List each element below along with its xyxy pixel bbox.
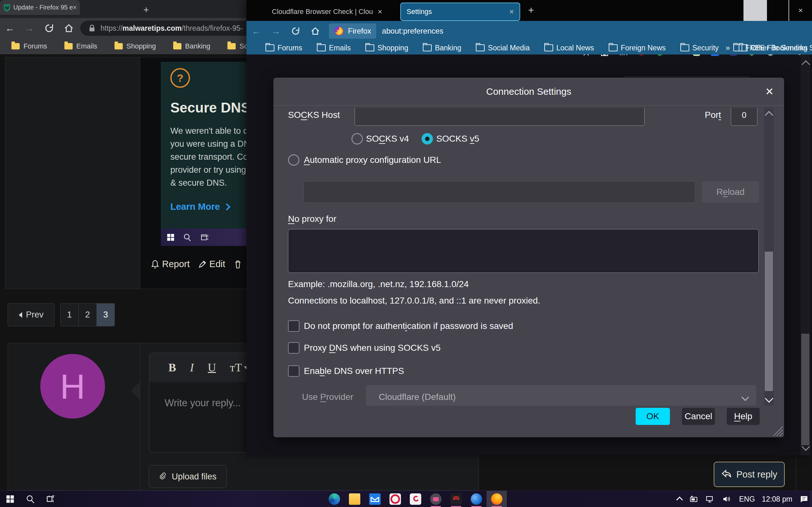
scrollbar-thumb[interactable] bbox=[801, 334, 809, 445]
chrome-forward-icon[interactable]: → bbox=[20, 23, 39, 34]
provider-dropdown[interactable]: Cloudflare (Default) bbox=[366, 385, 756, 406]
task-view-icon[interactable] bbox=[41, 491, 61, 507]
proxy-dns-checkbox[interactable] bbox=[288, 342, 299, 354]
reload-button[interactable]: Reload bbox=[702, 181, 759, 203]
no-prompt-auth-checkbox[interactable] bbox=[288, 320, 299, 332]
italic-button[interactable]: I bbox=[190, 361, 194, 374]
taskbar-browser-icon[interactable] bbox=[466, 491, 487, 507]
bookmark-forums[interactable]: Forums bbox=[11, 42, 47, 50]
bold-button[interactable]: B bbox=[168, 361, 176, 374]
taskbar-app-red2-icon[interactable] bbox=[405, 491, 426, 507]
taskbar-app-red1-icon[interactable] bbox=[385, 491, 405, 507]
taskbar-remote-icon[interactable] bbox=[426, 491, 446, 507]
no-proxy-textarea[interactable] bbox=[288, 229, 759, 273]
scrollbar-thumb[interactable] bbox=[765, 251, 773, 391]
page-1-button[interactable]: 1 bbox=[61, 303, 79, 326]
bookmarks-chevron-icon[interactable]: » bbox=[726, 43, 729, 52]
volume-icon[interactable] bbox=[722, 495, 732, 504]
reader-icon[interactable] bbox=[200, 233, 210, 241]
taskbar-firefox-icon[interactable] bbox=[487, 491, 507, 507]
hidden-icons-chevron[interactable] bbox=[676, 497, 683, 503]
dns-over-https-checkbox[interactable] bbox=[288, 365, 299, 377]
chrome-back-icon[interactable]: ← bbox=[0, 23, 20, 34]
text-size-button[interactable]: тT bbox=[230, 361, 248, 374]
scroll-up-icon[interactable] bbox=[765, 111, 773, 119]
bookmark-emails[interactable]: Emails bbox=[64, 42, 97, 50]
edit-button[interactable]: Edit bbox=[198, 259, 225, 269]
taskbar-edge-icon[interactable] bbox=[324, 491, 345, 507]
dialog-close-icon[interactable]: ✕ bbox=[763, 84, 776, 99]
help-button[interactable]: Help bbox=[727, 408, 760, 425]
socks-v5-radio[interactable] bbox=[421, 133, 433, 145]
dns-over-https-label[interactable]: Enable DNS over HTTPS bbox=[304, 366, 404, 376]
page-2-button[interactable]: 2 bbox=[79, 303, 97, 326]
page-3-button[interactable]: 3 bbox=[97, 303, 114, 326]
bookmark-foreign-news[interactable]: Foreign News bbox=[609, 44, 666, 52]
avatar[interactable]: H bbox=[40, 354, 105, 418]
chrome-tab-close-icon[interactable]: × bbox=[72, 3, 77, 12]
bookmark-security[interactable]: Security bbox=[680, 44, 719, 52]
proxy-url-input[interactable] bbox=[304, 181, 695, 203]
search-icon[interactable] bbox=[183, 233, 192, 242]
auto-proxy-radio[interactable] bbox=[288, 154, 299, 166]
tab-close-icon[interactable]: × bbox=[509, 7, 514, 16]
report-button[interactable]: Report bbox=[151, 259, 190, 269]
show-desktop-button[interactable] bbox=[811, 491, 812, 507]
socks-host-input[interactable] bbox=[355, 108, 645, 126]
bookmark-forums[interactable]: Forums bbox=[265, 44, 302, 52]
battery-icon[interactable] bbox=[689, 495, 699, 504]
scroll-down-icon[interactable] bbox=[765, 394, 773, 403]
network-icon[interactable] bbox=[705, 495, 715, 504]
bookmark-banking[interactable]: Banking bbox=[173, 42, 211, 50]
no-prompt-auth-label[interactable]: Do not prompt for authentication if pass… bbox=[304, 321, 513, 331]
maximize-button[interactable] bbox=[766, 0, 789, 21]
bookmark-banking[interactable]: Banking bbox=[423, 44, 461, 52]
back-icon[interactable]: ← bbox=[247, 26, 266, 37]
bookmark-shopping[interactable]: Shopping bbox=[114, 42, 156, 50]
chrome-tab[interactable]: Update - Firefox 95 enhances the × bbox=[0, 0, 80, 15]
socks-v4-label[interactable]: SOCKS v4 bbox=[366, 134, 409, 144]
minimize-button[interactable] bbox=[744, 0, 766, 21]
scroll-up-icon[interactable] bbox=[802, 60, 810, 69]
forward-icon[interactable]: → bbox=[266, 26, 286, 37]
taskbar-search-icon[interactable] bbox=[20, 491, 41, 507]
cancel-button[interactable]: Cancel bbox=[682, 408, 715, 425]
socks-v5-label[interactable]: SOCKS v5 bbox=[436, 134, 479, 144]
identity-chip[interactable]: Firefox bbox=[329, 23, 376, 39]
close-button[interactable]: × bbox=[789, 0, 812, 21]
upload-files-button[interactable]: Upload files bbox=[149, 465, 227, 488]
notification-center-icon[interactable] bbox=[799, 495, 809, 504]
delete-button[interactable] bbox=[234, 260, 242, 269]
bookmark-shopping[interactable]: Shopping bbox=[365, 44, 408, 52]
resize-grip[interactable] bbox=[772, 425, 783, 436]
taskbar-vpn-icon[interactable] bbox=[446, 491, 466, 507]
socks-v4-radio[interactable] bbox=[351, 133, 363, 145]
underline-button[interactable]: U bbox=[208, 361, 216, 374]
new-tab-button[interactable]: + bbox=[528, 4, 534, 16]
post-reply-button[interactable]: Post reply bbox=[714, 462, 785, 487]
taskbar-explorer-icon[interactable] bbox=[345, 491, 365, 507]
reload-icon[interactable] bbox=[286, 26, 305, 36]
page-scrollbar[interactable] bbox=[801, 55, 810, 455]
other-bookmarks[interactable]: Other Bookmarks bbox=[739, 44, 808, 52]
language-indicator[interactable]: ENG bbox=[739, 495, 755, 504]
port-input[interactable]: 0 bbox=[731, 108, 757, 126]
taskbar-mail-icon[interactable] bbox=[365, 491, 385, 507]
tab-cloudflare[interactable]: Cloudflare Browser Check | Cloudfla × bbox=[266, 3, 394, 21]
ok-button[interactable]: OK bbox=[636, 408, 670, 425]
chrome-home-icon[interactable] bbox=[59, 23, 79, 33]
bookmark-emails[interactable]: Emails bbox=[317, 44, 351, 52]
start-button[interactable] bbox=[0, 491, 20, 507]
proxy-dns-label[interactable]: Proxy DNS when using SOCKS v5 bbox=[304, 343, 441, 353]
chrome-new-tab-button[interactable]: + bbox=[143, 4, 149, 15]
clock[interactable]: 12:08 pm bbox=[762, 495, 792, 504]
url-text[interactable]: about:preferences bbox=[382, 26, 443, 36]
dialog-scrollbar[interactable] bbox=[764, 108, 774, 406]
tab-close-icon[interactable]: × bbox=[378, 7, 382, 16]
prev-page-button[interactable]: Prev bbox=[8, 303, 55, 326]
bookmark-social-media[interactable]: Social Media bbox=[476, 44, 530, 52]
home-icon[interactable] bbox=[305, 26, 325, 36]
auto-proxy-label[interactable]: Automatic proxy configuration URL bbox=[304, 155, 441, 165]
chrome-reload-icon[interactable] bbox=[39, 23, 59, 33]
bookmark-local-news[interactable]: Local News bbox=[544, 44, 594, 52]
